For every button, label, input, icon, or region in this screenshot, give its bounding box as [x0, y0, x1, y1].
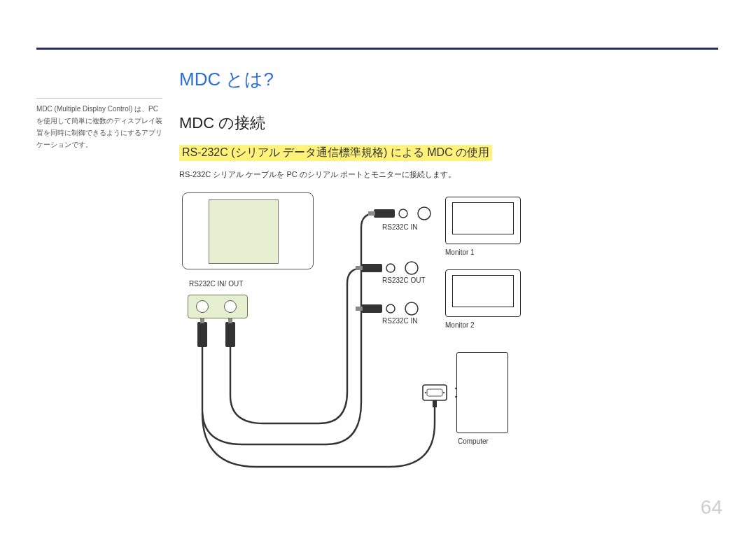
label-in-bottom: RS232C IN	[382, 317, 418, 325]
header-rule	[36, 48, 718, 50]
svg-point-6	[399, 209, 407, 218]
svg-rect-9	[356, 266, 363, 270]
page-number: 64	[701, 496, 722, 519]
svg-point-7	[418, 207, 430, 220]
subsection-title: RS-232C (シリアル データ通信標準規格) による MDC の使用	[179, 145, 492, 161]
svg-point-19	[443, 392, 444, 393]
label-monitor-2: Monitor 2	[445, 321, 475, 329]
svg-rect-17	[427, 389, 442, 396]
svg-point-10	[386, 264, 395, 272]
svg-rect-8	[361, 264, 382, 272]
svg-point-11	[405, 262, 418, 274]
svg-rect-2	[225, 322, 235, 347]
svg-rect-12	[361, 304, 382, 313]
connection-diagram: RS232C IN/ OUT RS232C IN RS232C OUT RS23…	[179, 192, 557, 472]
main-content: MDC とは? MDC の接続 RS-232C (シリアル データ通信標準規格)…	[179, 67, 718, 472]
label-computer: Computer	[458, 437, 489, 445]
sidebar-note: MDC (Multiple Display Control) は、PC を使用し…	[36, 98, 162, 150]
svg-point-18	[425, 392, 426, 393]
svg-point-14	[386, 304, 395, 313]
label-monitor-1: Monitor 1	[445, 248, 475, 256]
jack-in	[196, 300, 209, 313]
monitor-2-screen	[452, 275, 514, 307]
svg-rect-0	[197, 322, 207, 347]
computer-tower	[456, 352, 508, 433]
jack-out	[224, 300, 237, 313]
body-text: RS-232C シリアル ケーブルを PC のシリアル ポートとモニターに接続し…	[179, 169, 718, 180]
page-title: MDC とは?	[179, 67, 718, 92]
svg-rect-4	[374, 209, 395, 218]
monitor-1-screen	[452, 202, 514, 234]
circuit-board-icon	[209, 199, 279, 264]
svg-point-15	[405, 302, 418, 315]
label-inout: RS232C IN/ OUT	[189, 280, 243, 288]
section-title: MDC の接続	[179, 113, 718, 134]
label-out: RS232C OUT	[382, 276, 426, 284]
svg-rect-5	[368, 211, 375, 216]
svg-rect-13	[356, 307, 363, 311]
svg-rect-22	[433, 400, 437, 407]
label-in-top: RS232C IN	[382, 223, 418, 231]
